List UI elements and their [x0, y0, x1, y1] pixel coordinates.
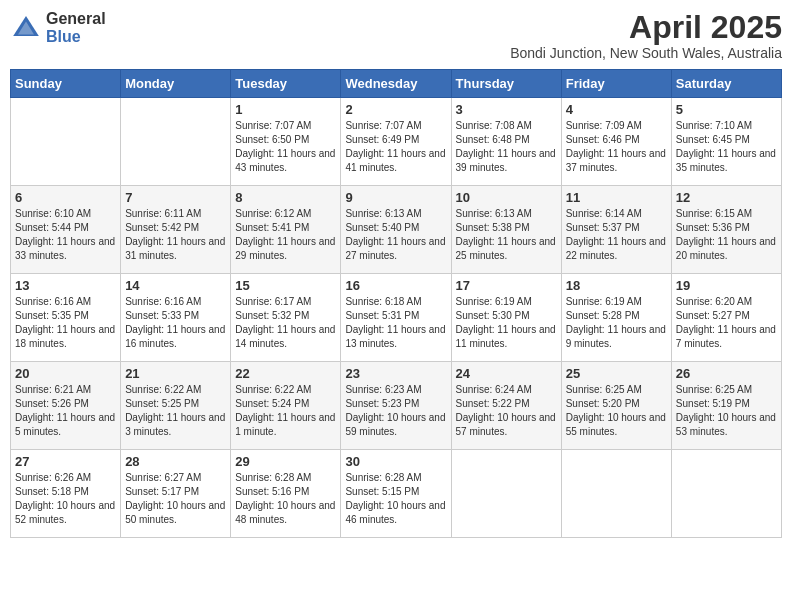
calendar-day-cell: 29Sunrise: 6:28 AM Sunset: 5:16 PM Dayli… [231, 450, 341, 538]
calendar-day-cell: 7Sunrise: 6:11 AM Sunset: 5:42 PM Daylig… [121, 186, 231, 274]
calendar-day-cell: 26Sunrise: 6:25 AM Sunset: 5:19 PM Dayli… [671, 362, 781, 450]
day-header-saturday: Saturday [671, 70, 781, 98]
calendar-day-cell: 19Sunrise: 6:20 AM Sunset: 5:27 PM Dayli… [671, 274, 781, 362]
day-info: Sunrise: 6:13 AM Sunset: 5:38 PM Dayligh… [456, 207, 557, 263]
day-number: 3 [456, 102, 557, 117]
day-header-thursday: Thursday [451, 70, 561, 98]
day-info: Sunrise: 7:08 AM Sunset: 6:48 PM Dayligh… [456, 119, 557, 175]
calendar-day-cell: 9Sunrise: 6:13 AM Sunset: 5:40 PM Daylig… [341, 186, 451, 274]
calendar-day-cell: 11Sunrise: 6:14 AM Sunset: 5:37 PM Dayli… [561, 186, 671, 274]
day-number: 4 [566, 102, 667, 117]
day-info: Sunrise: 6:16 AM Sunset: 5:35 PM Dayligh… [15, 295, 116, 351]
calendar-day-cell: 24Sunrise: 6:24 AM Sunset: 5:22 PM Dayli… [451, 362, 561, 450]
day-number: 5 [676, 102, 777, 117]
day-number: 8 [235, 190, 336, 205]
day-number: 25 [566, 366, 667, 381]
calendar-header: SundayMondayTuesdayWednesdayThursdayFrid… [11, 70, 782, 98]
calendar-day-cell: 5Sunrise: 7:10 AM Sunset: 6:45 PM Daylig… [671, 98, 781, 186]
day-info: Sunrise: 7:10 AM Sunset: 6:45 PM Dayligh… [676, 119, 777, 175]
calendar-day-cell: 28Sunrise: 6:27 AM Sunset: 5:17 PM Dayli… [121, 450, 231, 538]
day-info: Sunrise: 6:21 AM Sunset: 5:26 PM Dayligh… [15, 383, 116, 439]
day-info: Sunrise: 6:15 AM Sunset: 5:36 PM Dayligh… [676, 207, 777, 263]
calendar-day-cell: 16Sunrise: 6:18 AM Sunset: 5:31 PM Dayli… [341, 274, 451, 362]
day-number: 18 [566, 278, 667, 293]
day-info: Sunrise: 6:27 AM Sunset: 5:17 PM Dayligh… [125, 471, 226, 527]
day-number: 26 [676, 366, 777, 381]
calendar-day-cell: 30Sunrise: 6:28 AM Sunset: 5:15 PM Dayli… [341, 450, 451, 538]
day-info: Sunrise: 7:07 AM Sunset: 6:49 PM Dayligh… [345, 119, 446, 175]
day-number: 29 [235, 454, 336, 469]
calendar-day-cell: 13Sunrise: 6:16 AM Sunset: 5:35 PM Dayli… [11, 274, 121, 362]
month-title: April 2025 [510, 10, 782, 45]
day-info: Sunrise: 6:18 AM Sunset: 5:31 PM Dayligh… [345, 295, 446, 351]
day-number: 23 [345, 366, 446, 381]
day-info: Sunrise: 6:25 AM Sunset: 5:19 PM Dayligh… [676, 383, 777, 439]
calendar-week-row: 13Sunrise: 6:16 AM Sunset: 5:35 PM Dayli… [11, 274, 782, 362]
calendar-day-cell [451, 450, 561, 538]
calendar-day-cell: 10Sunrise: 6:13 AM Sunset: 5:38 PM Dayli… [451, 186, 561, 274]
calendar-day-cell: 4Sunrise: 7:09 AM Sunset: 6:46 PM Daylig… [561, 98, 671, 186]
calendar-body: 1Sunrise: 7:07 AM Sunset: 6:50 PM Daylig… [11, 98, 782, 538]
logo-blue-text: Blue [46, 28, 106, 46]
day-number: 21 [125, 366, 226, 381]
day-info: Sunrise: 6:22 AM Sunset: 5:25 PM Dayligh… [125, 383, 226, 439]
calendar-day-cell: 3Sunrise: 7:08 AM Sunset: 6:48 PM Daylig… [451, 98, 561, 186]
day-info: Sunrise: 7:07 AM Sunset: 6:50 PM Dayligh… [235, 119, 336, 175]
day-info: Sunrise: 6:10 AM Sunset: 5:44 PM Dayligh… [15, 207, 116, 263]
day-number: 24 [456, 366, 557, 381]
calendar-day-cell: 27Sunrise: 6:26 AM Sunset: 5:18 PM Dayli… [11, 450, 121, 538]
day-header-monday: Monday [121, 70, 231, 98]
day-info: Sunrise: 6:23 AM Sunset: 5:23 PM Dayligh… [345, 383, 446, 439]
calendar-day-cell: 6Sunrise: 6:10 AM Sunset: 5:44 PM Daylig… [11, 186, 121, 274]
day-info: Sunrise: 6:22 AM Sunset: 5:24 PM Dayligh… [235, 383, 336, 439]
day-number: 30 [345, 454, 446, 469]
day-number: 14 [125, 278, 226, 293]
calendar-table: SundayMondayTuesdayWednesdayThursdayFrid… [10, 69, 782, 538]
page-header: General Blue April 2025 Bondi Junction, … [10, 10, 782, 61]
day-info: Sunrise: 6:13 AM Sunset: 5:40 PM Dayligh… [345, 207, 446, 263]
day-number: 20 [15, 366, 116, 381]
day-info: Sunrise: 6:16 AM Sunset: 5:33 PM Dayligh… [125, 295, 226, 351]
calendar-week-row: 6Sunrise: 6:10 AM Sunset: 5:44 PM Daylig… [11, 186, 782, 274]
day-info: Sunrise: 6:17 AM Sunset: 5:32 PM Dayligh… [235, 295, 336, 351]
day-number: 27 [15, 454, 116, 469]
day-number: 16 [345, 278, 446, 293]
day-number: 19 [676, 278, 777, 293]
day-info: Sunrise: 6:14 AM Sunset: 5:37 PM Dayligh… [566, 207, 667, 263]
day-number: 13 [15, 278, 116, 293]
day-number: 28 [125, 454, 226, 469]
logo: General Blue [10, 10, 106, 45]
day-info: Sunrise: 6:20 AM Sunset: 5:27 PM Dayligh… [676, 295, 777, 351]
location-subtitle: Bondi Junction, New South Wales, Austral… [510, 45, 782, 61]
day-info: Sunrise: 6:19 AM Sunset: 5:30 PM Dayligh… [456, 295, 557, 351]
calendar-day-cell: 14Sunrise: 6:16 AM Sunset: 5:33 PM Dayli… [121, 274, 231, 362]
day-info: Sunrise: 6:11 AM Sunset: 5:42 PM Dayligh… [125, 207, 226, 263]
day-number: 12 [676, 190, 777, 205]
calendar-day-cell: 21Sunrise: 6:22 AM Sunset: 5:25 PM Dayli… [121, 362, 231, 450]
day-number: 9 [345, 190, 446, 205]
calendar-day-cell [121, 98, 231, 186]
logo-general-text: General [46, 10, 106, 28]
calendar-week-row: 27Sunrise: 6:26 AM Sunset: 5:18 PM Dayli… [11, 450, 782, 538]
calendar-day-cell [671, 450, 781, 538]
calendar-day-cell: 12Sunrise: 6:15 AM Sunset: 5:36 PM Dayli… [671, 186, 781, 274]
calendar-week-row: 1Sunrise: 7:07 AM Sunset: 6:50 PM Daylig… [11, 98, 782, 186]
calendar-week-row: 20Sunrise: 6:21 AM Sunset: 5:26 PM Dayli… [11, 362, 782, 450]
logo-icon [10, 12, 42, 44]
day-info: Sunrise: 6:28 AM Sunset: 5:15 PM Dayligh… [345, 471, 446, 527]
day-number: 11 [566, 190, 667, 205]
calendar-day-cell: 25Sunrise: 6:25 AM Sunset: 5:20 PM Dayli… [561, 362, 671, 450]
day-number: 6 [15, 190, 116, 205]
day-header-friday: Friday [561, 70, 671, 98]
day-info: Sunrise: 6:25 AM Sunset: 5:20 PM Dayligh… [566, 383, 667, 439]
day-info: Sunrise: 6:28 AM Sunset: 5:16 PM Dayligh… [235, 471, 336, 527]
day-header-wednesday: Wednesday [341, 70, 451, 98]
day-info: Sunrise: 7:09 AM Sunset: 6:46 PM Dayligh… [566, 119, 667, 175]
day-header-sunday: Sunday [11, 70, 121, 98]
day-number: 2 [345, 102, 446, 117]
calendar-day-cell: 22Sunrise: 6:22 AM Sunset: 5:24 PM Dayli… [231, 362, 341, 450]
calendar-day-cell: 15Sunrise: 6:17 AM Sunset: 5:32 PM Dayli… [231, 274, 341, 362]
day-number: 17 [456, 278, 557, 293]
calendar-day-cell [11, 98, 121, 186]
calendar-day-cell: 2Sunrise: 7:07 AM Sunset: 6:49 PM Daylig… [341, 98, 451, 186]
